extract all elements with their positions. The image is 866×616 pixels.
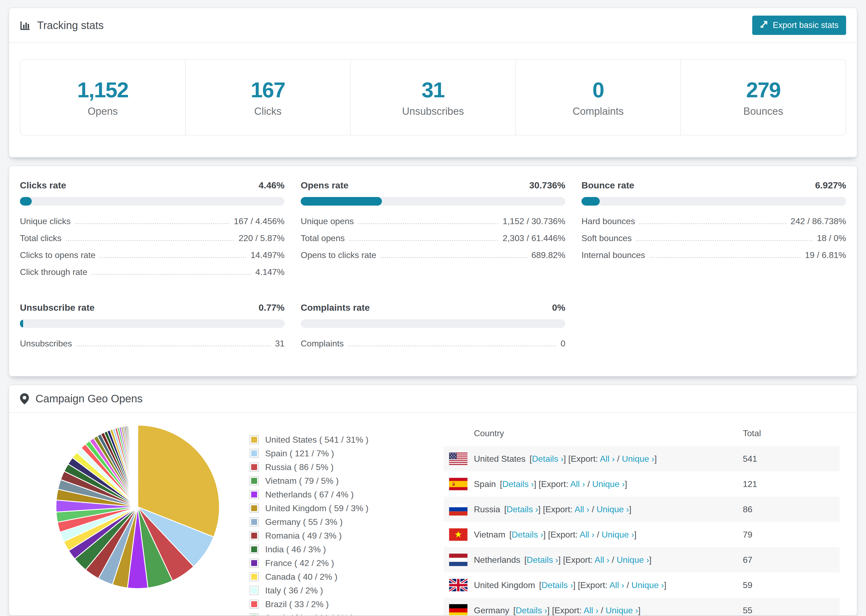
export-all-link[interactable]: All › [595, 555, 609, 565]
progress-bar [301, 197, 565, 206]
dotted-leader [348, 345, 556, 346]
geo-row-russia: Russia [Details ›] [Export: All › / Uniq… [444, 497, 840, 522]
stat-line-value: 242 / 86.738% [791, 216, 846, 226]
page: Tracking stats Export basic stats 1,152O… [0, 0, 866, 616]
export-unique-link[interactable]: Unique › [597, 504, 629, 514]
tracking-stats-title-text: Tracking stats [37, 19, 104, 31]
rates-card: Clicks rate4.46%Unique clicks167 / 4.456… [9, 165, 857, 377]
progress-bar [20, 319, 285, 328]
rate-title: Opens rate [301, 180, 348, 190]
rate-head: Complaints rate0% [301, 302, 565, 313]
export-unique-link[interactable]: Unique › [601, 530, 634, 539]
details-link[interactable]: Details › [527, 555, 558, 565]
geo-opens-card: Campaign Geo Opens United States ( 541 /… [9, 385, 857, 616]
country-total: 121 [743, 479, 834, 489]
stats-row: 1,152Opens167Clicks31Unsubscribes0Compla… [20, 59, 846, 135]
stat-line-total-clicks: Total clicks220 / 5.87% [20, 233, 285, 243]
legend-item-brazil: Brazil ( 33 / 2% ) [250, 599, 422, 610]
export-all-link[interactable]: All › [584, 605, 598, 615]
country-total: 541 [743, 454, 834, 464]
stat-line-soft-bounces: Soft bounces18 / 0% [581, 233, 846, 243]
legend-item-italy: Italy ( 36 / 2% ) [250, 585, 422, 596]
export-unique-link[interactable]: Unique › [631, 580, 664, 590]
stat-value: 0 [592, 78, 604, 102]
geo-row-germany: Germany [Details ›] [Export: All › / Uni… [444, 598, 840, 616]
tracking-stats-header: Tracking stats Export basic stats [9, 8, 857, 42]
link-bracket: ] [ [543, 530, 551, 539]
export-all-link[interactable]: All › [570, 479, 585, 489]
legend-item-india: India ( 46 / 3% ) [250, 544, 422, 555]
stat-box-clicks: 167Clicks [185, 59, 351, 135]
rate-panel-opens-rate: Opens rate30.736%Unique opens1,152 / 30.… [301, 180, 565, 284]
stat-line-label: Complaints [301, 339, 344, 349]
export-icon [760, 20, 768, 31]
export-all-link[interactable]: All › [575, 504, 589, 514]
legend-swatch [250, 614, 258, 616]
rate-title: Clicks rate [20, 180, 66, 190]
stat-line-value: 19 / 6.81% [805, 250, 846, 260]
details-link[interactable]: Details › [542, 580, 573, 590]
legend-item-romania: Romania ( 49 / 3% ) [250, 530, 422, 541]
geo-row-netherlands: Netherlands [Details ›] [Export: All › /… [444, 547, 840, 572]
export-basic-stats-label: Export basic stats [773, 20, 839, 30]
geo-pie-chart [24, 420, 250, 616]
bar-chart-icon [20, 20, 31, 31]
stat-line-value: 0 [561, 339, 565, 349]
legend-label: Netherlands ( 67 / 4% ) [265, 490, 354, 499]
rate-head: Unsubscribe rate0.77% [20, 302, 285, 313]
country-total: 67 [743, 555, 834, 565]
legend-swatch [250, 449, 258, 457]
pie-slice-other-42 [137, 425, 138, 507]
link-bracket: ] [625, 479, 627, 489]
geo-opens-title: Campaign Geo Opens [20, 393, 143, 405]
dotted-leader [76, 345, 271, 346]
tracking-stats-title: Tracking stats [20, 19, 104, 31]
stat-line-label: Total opens [301, 233, 345, 243]
stat-box-opens: 1,152Opens [20, 59, 186, 135]
country-total: 55 [743, 605, 834, 616]
legend-swatch [250, 504, 258, 512]
legend-item-russia: Russia ( 86 / 5% ) [250, 462, 422, 473]
rate-head: Opens rate30.736% [301, 180, 565, 190]
export-unique-link[interactable]: Unique › [617, 555, 649, 565]
details-link[interactable]: Details › [532, 454, 564, 464]
legend-swatch [250, 477, 258, 485]
country-cell: United Kingdom [Details ›] [Export: All … [474, 580, 743, 590]
link-bracket: ] [ [538, 504, 545, 514]
progress-bar [581, 197, 846, 206]
export-all-link[interactable]: All › [579, 530, 594, 539]
export-unique-link[interactable]: Unique › [606, 605, 638, 615]
stat-label: Clicks [254, 105, 281, 117]
rate-rows: Unsubscribes31 [20, 339, 285, 349]
export-all-link[interactable]: All › [600, 454, 614, 464]
export-all-link[interactable]: All › [609, 580, 624, 590]
stat-line-hard-bounces: Hard bounces242 / 86.738% [581, 216, 846, 226]
legend-label: France ( 42 / 2% ) [265, 558, 334, 568]
export-unique-link[interactable]: Unique › [622, 454, 654, 464]
geo-table: Country Total United States [Details ›] … [444, 420, 840, 616]
dotted-leader [381, 257, 527, 258]
geo-table-header: Country Total [444, 420, 840, 446]
legend-label: Spain ( 121 / 7% ) [265, 449, 334, 458]
export-unique-link[interactable]: Unique › [592, 479, 625, 489]
rate-value: 4.46% [259, 180, 285, 190]
details-link[interactable]: Details › [502, 479, 534, 489]
geo-body: United States ( 541 / 31% )Spain ( 121 /… [9, 413, 857, 616]
details-link[interactable]: Details › [516, 605, 547, 615]
details-link[interactable]: Details › [507, 504, 538, 514]
stat-line-value: 4.147% [255, 267, 285, 277]
export-basic-stats-button[interactable]: Export basic stats [752, 16, 846, 35]
stat-value: 279 [746, 78, 780, 102]
link-bracket: ] [ [547, 605, 554, 615]
stat-label: Complaints [573, 105, 624, 117]
legend-swatch [250, 545, 258, 553]
link-bracket: Export: [571, 454, 600, 464]
stat-line-label: Clicks to opens rate [20, 250, 96, 260]
geo-row-vietnam: Vietnam [Details ›] [Export: All › / Uni… [444, 522, 840, 547]
progress-bar-fill [581, 197, 600, 206]
rate-panel-clicks-rate: Clicks rate4.46%Unique clicks167 / 4.456… [20, 180, 285, 284]
link-bracket: ] [ [558, 555, 565, 565]
dotted-leader [349, 240, 498, 241]
details-link[interactable]: Details › [512, 530, 543, 539]
dotted-leader [66, 240, 235, 241]
